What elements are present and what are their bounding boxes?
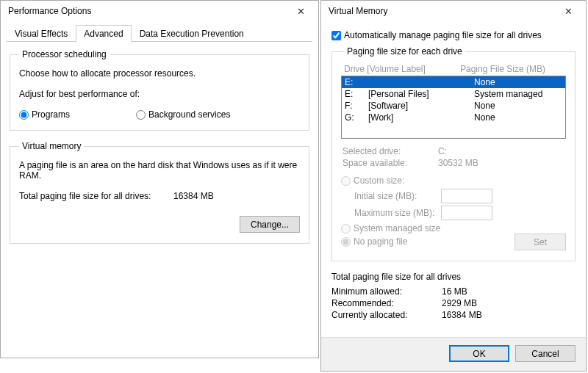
radio-system-managed-input	[341, 224, 351, 233]
radio-no-paging-input	[341, 237, 351, 247]
min-allowed-value: 16 MB	[442, 286, 467, 297]
radio-background-label: Background services	[148, 109, 230, 120]
virtual-memory-legend: Virtual memory	[19, 141, 84, 151]
dialog-buttons: OK Cancel	[321, 337, 586, 371]
drive-row[interactable]: E: None	[342, 76, 565, 88]
adjust-label: Adjust for best performance of:	[19, 89, 300, 99]
radio-programs-label: Programs	[32, 109, 70, 120]
tab-visual-effects[interactable]: Visual Effects	[7, 25, 76, 42]
vmem-desc: A paging file is an area on the hard dis…	[19, 160, 300, 181]
radio-programs-input[interactable]	[19, 110, 29, 120]
titlebar: Virtual Memory ✕	[321, 1, 586, 21]
paging-file-legend: Paging file size for each drive	[344, 46, 465, 57]
recommended-value: 2929 MB	[442, 298, 477, 308]
selected-drive-value: C:	[438, 146, 447, 156]
total-paging-label: Total paging file size for all drives:	[19, 191, 173, 201]
max-size-input	[441, 206, 492, 220]
radio-system-managed-label: System managed size	[354, 223, 440, 233]
advanced-panel: Processor scheduling Choose how to alloc…	[10, 49, 309, 244]
col-drive-label: Drive [Volume Label]	[344, 64, 460, 74]
dialog-title: Virtual Memory	[329, 6, 387, 16]
close-icon[interactable]: ✕	[286, 1, 315, 21]
paging-file-group: Paging file size for each drive Drive [V…	[331, 46, 576, 261]
radio-custom-size: Custom size:	[341, 175, 566, 186]
space-available-label: Space available:	[343, 158, 438, 168]
tab-dep[interactable]: Data Execution Prevention	[132, 25, 252, 42]
currently-allocated-label: Currently allocated:	[331, 310, 442, 320]
col-paging-label: Paging File Size (MB)	[460, 64, 563, 74]
space-available-value: 30532 MB	[438, 158, 478, 168]
radio-custom-label: Custom size:	[354, 175, 404, 186]
drive-list[interactable]: E: None E: [Personal Files] System manag…	[341, 76, 566, 139]
drive-row[interactable]: F: [Software] None	[342, 100, 565, 112]
drive-row[interactable]: E: [Personal Files] System managed	[342, 88, 565, 100]
selected-drive-label: Selected drive:	[343, 146, 438, 156]
radio-programs[interactable]: Programs	[19, 109, 70, 120]
close-icon[interactable]: ✕	[553, 1, 583, 21]
totals-section: Total paging file size for all drives Mi…	[331, 272, 576, 320]
titlebar: Performance Options ✕	[1, 1, 318, 21]
change-button[interactable]: Change...	[240, 216, 300, 233]
min-allowed-label: Minimum allowed:	[331, 286, 442, 297]
total-paging-value: 16384 MB	[173, 191, 214, 201]
auto-manage-checkbox[interactable]: Automatically manage paging file size fo…	[331, 30, 576, 40]
totals-header: Total paging file size for all drives	[331, 272, 576, 282]
tab-strip: Visual Effects Advanced Data Execution P…	[7, 24, 312, 42]
max-size-label: Maximum size (MB):	[354, 208, 441, 218]
radio-background-input[interactable]	[136, 110, 146, 120]
auto-manage-label: Automatically manage paging file size fo…	[344, 30, 542, 40]
cancel-button[interactable]: Cancel	[515, 345, 576, 362]
drive-row[interactable]: G: [Work] None	[342, 112, 565, 123]
dialog-title: Performance Options	[8, 6, 91, 16]
virtual-memory-group: Virtual memory A paging file is an area …	[10, 141, 309, 244]
tab-advanced[interactable]: Advanced	[76, 25, 131, 42]
recommended-label: Recommended:	[331, 298, 442, 308]
currently-allocated-value: 16384 MB	[442, 310, 482, 320]
processor-scheduling-group: Processor scheduling Choose how to alloc…	[10, 49, 309, 131]
initial-size-label: Initial size (MB):	[354, 191, 441, 201]
radio-custom-input	[341, 176, 351, 186]
set-button: Set	[514, 233, 566, 250]
virtual-memory-dialog: Virtual Memory ✕ Automatically manage pa…	[320, 0, 587, 372]
performance-options-dialog: Performance Options ✕ Visual Effects Adv…	[0, 0, 319, 358]
radio-background[interactable]: Background services	[136, 109, 230, 120]
radio-system-managed: System managed size	[341, 223, 566, 233]
radio-no-paging-label: No paging file	[354, 236, 407, 247]
initial-size-input	[441, 189, 492, 203]
auto-manage-input[interactable]	[331, 31, 341, 40]
processor-scheduling-legend: Processor scheduling	[19, 49, 110, 59]
scheduling-desc: Choose how to allocate processor resourc…	[19, 68, 300, 79]
ok-button[interactable]: OK	[449, 345, 509, 362]
